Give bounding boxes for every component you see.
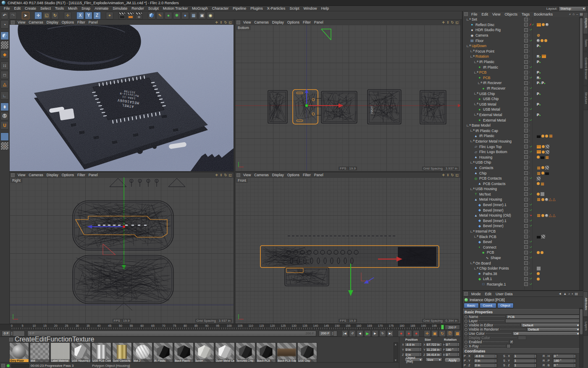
pin-icon[interactable]: ▲: [563, 292, 567, 296]
tree-item-motext[interactable]: TMoText∶✓: [463, 192, 583, 197]
viewport-icon[interactable]: [11, 173, 15, 177]
phong-tag-icon[interactable]: △: [552, 213, 555, 217]
material-mat[interactable]: Mat: [30, 342, 50, 363]
main-menu-pipeline[interactable]: Pipeline: [231, 6, 248, 11]
layer-toggle[interactable]: [524, 76, 528, 79]
stepper-icon[interactable]: ▲▼: [457, 353, 459, 356]
visibility-dots[interactable]: ∶✓: [529, 277, 536, 281]
panel-icon[interactable]: [464, 292, 468, 296]
visibility-dots[interactable]: ∶✓: [529, 39, 536, 42]
om-menu-objects[interactable]: Objects: [502, 12, 520, 16]
vp3-menu-filter[interactable]: Filter: [76, 173, 87, 177]
primitive-cube-button[interactable]: [148, 12, 155, 19]
maximize-icon[interactable]: ◱: [228, 21, 232, 24]
layer-toggle[interactable]: [524, 245, 528, 249]
visibility-dots[interactable]: ∶: [529, 103, 536, 106]
material-mat-2[interactable]: Mat.2: [133, 342, 152, 363]
tree-item-flirc-logo-bottom[interactable]: ▱Flirc Logo Bottom∶✓: [463, 149, 583, 155]
visibility-dots[interactable]: ∶: [529, 81, 536, 85]
main-menu-sculpt[interactable]: Sculpt: [146, 6, 161, 11]
attr-dropdown-use-color[interactable]: Off▾: [512, 331, 580, 336]
keyframe-dot-icon[interactable]: [465, 332, 467, 335]
tree-item-on-board[interactable]: ∟ºOn Board∶: [463, 260, 583, 266]
vp2-menu-options[interactable]: Options: [286, 20, 301, 24]
visibility-dots[interactable]: ∶: [529, 172, 536, 175]
zoom-icon[interactable]: ⇕: [220, 173, 223, 177]
subdivision-surface-button[interactable]: ●: [165, 12, 172, 19]
record-options-button[interactable]: ●: [413, 330, 420, 337]
layer-toggle[interactable]: [524, 282, 528, 286]
material-tag-icon[interactable]: [537, 272, 540, 275]
vp4-menu-display[interactable]: Display: [270, 173, 286, 177]
stepper-icon[interactable]: ▲▼: [10, 331, 13, 336]
material-tag-icon[interactable]: [537, 156, 540, 159]
compositing-tag-icon[interactable]: [537, 150, 541, 154]
vp4-menu-filter[interactable]: Filter: [301, 173, 312, 177]
axis-mode-button[interactable]: ∟: [0, 91, 9, 100]
tree-item-contacts[interactable]: ▲Contacts∶▦: [463, 165, 583, 171]
panel-menu-icon[interactable]: ▤: [580, 12, 583, 16]
front-view[interactable]: Front FPS : 19.9 Grid Spacing : 0.394 in: [235, 177, 460, 323]
uvw-tag-icon[interactable]: ▦: [541, 182, 544, 186]
layer-toggle[interactable]: [524, 18, 528, 21]
tree-item-bevel-inner-1[interactable]: ◆Bevel (Inner).1∶✓: [463, 218, 583, 224]
uvw-tag-icon[interactable]: ▦: [537, 213, 541, 217]
phong-tag-icon[interactable]: △: [549, 213, 552, 217]
main-menu-x-particles[interactable]: X-Particles: [265, 6, 288, 11]
attr-menu-edit[interactable]: Edit: [483, 292, 494, 296]
om-menu-edit[interactable]: Edit: [480, 12, 491, 16]
redo-button[interactable]: ↷: [9, 12, 17, 19]
layer-toggle[interactable]: [524, 161, 528, 164]
material-tag-icon[interactable]: [542, 151, 545, 154]
tree-item-hdr-studio-rig[interactable]: ●HDR Studio Rig∶✓: [463, 27, 583, 33]
visibility-dots[interactable]: ∶: [529, 113, 536, 116]
main-menu-snap[interactable]: Snap: [79, 6, 92, 11]
lock-x-button[interactable]: X: [76, 12, 84, 19]
attr-checkbox-x-ray[interactable]: [507, 344, 511, 348]
search-icon[interactable]: ⌕: [568, 292, 570, 296]
visibility-dots[interactable]: ∶: [529, 34, 536, 37]
visibility-dots[interactable]: ∶✓: [529, 219, 536, 222]
next-frame-button[interactable]: ▶: [372, 330, 378, 337]
maximize-icon[interactable]: ◱: [455, 21, 459, 24]
status-checkbox[interactable]: [1, 364, 5, 368]
tree-item-exterior-metal-housing[interactable]: ∟ºExterior Metal Housing∶: [463, 139, 583, 144]
layer-toggle[interactable]: [524, 139, 528, 143]
layer-toggle[interactable]: [524, 113, 528, 116]
render-settings-button[interactable]: [135, 12, 143, 19]
protection-tag-icon[interactable]: P●: [537, 92, 541, 96]
make-editable-button[interactable]: ◔: [0, 20, 9, 29]
material-tag-icon[interactable]: [541, 198, 544, 201]
viewport-icon[interactable]: [236, 173, 240, 177]
texture-tag-icon[interactable]: [546, 150, 549, 154]
visibility-dots[interactable]: ✗✓: [529, 23, 536, 26]
attr-dropdown-visible-in-editor[interactable]: Default▾: [521, 323, 580, 327]
section-basic-properties[interactable]: Basic Properties: [463, 309, 583, 315]
visibility-dots[interactable]: ∶✓: [529, 272, 536, 275]
tree-item-black-pcb[interactable]: ∟ºBlack PCB∶: [463, 234, 583, 239]
visibility-dots[interactable]: ∶✓: [529, 76, 536, 79]
coord-value-field[interactable]: 1▲▼: [513, 354, 537, 358]
viewport-icon[interactable]: [236, 21, 240, 24]
visibility-dots[interactable]: ∶: [529, 166, 536, 169]
visibility-dots[interactable]: ∶✓: [529, 256, 536, 259]
panel-tab-takes[interactable]: Takes: [583, 34, 588, 51]
compositing-tag-icon[interactable]: [542, 55, 546, 58]
panel-tab-objects[interactable]: Objects: [583, 12, 588, 34]
attr-menu-mode[interactable]: Mode: [469, 292, 483, 296]
visibility-dots[interactable]: ∶: [529, 235, 536, 238]
visibility-dots[interactable]: ∶: [529, 44, 536, 48]
keyframe-dot-icon[interactable]: [465, 341, 467, 344]
visibility-dots[interactable]: ∶: [529, 262, 536, 265]
tree-item-chip-solder-points[interactable]: ∟ºChip Solder Points∶: [463, 266, 583, 271]
layer-toggle[interactable]: [524, 187, 528, 191]
maximize-icon[interactable]: ◱: [455, 173, 459, 177]
coord-field[interactable]: 0 in▲▼: [404, 347, 422, 352]
camera-button[interactable]: ▣: [198, 12, 206, 19]
om-menu-bookmarks[interactable]: Bookmarks: [532, 12, 555, 16]
protection-tag-icon[interactable]: P●: [537, 60, 541, 64]
visibility-dots[interactable]: ∶: [529, 156, 536, 159]
panel-tab-layers[interactable]: Layers: [583, 317, 588, 336]
timeline-ruler[interactable]: 200 F 0510152025303540455055606570758085…: [0, 324, 461, 330]
tag-icon[interactable]: [537, 267, 541, 270]
